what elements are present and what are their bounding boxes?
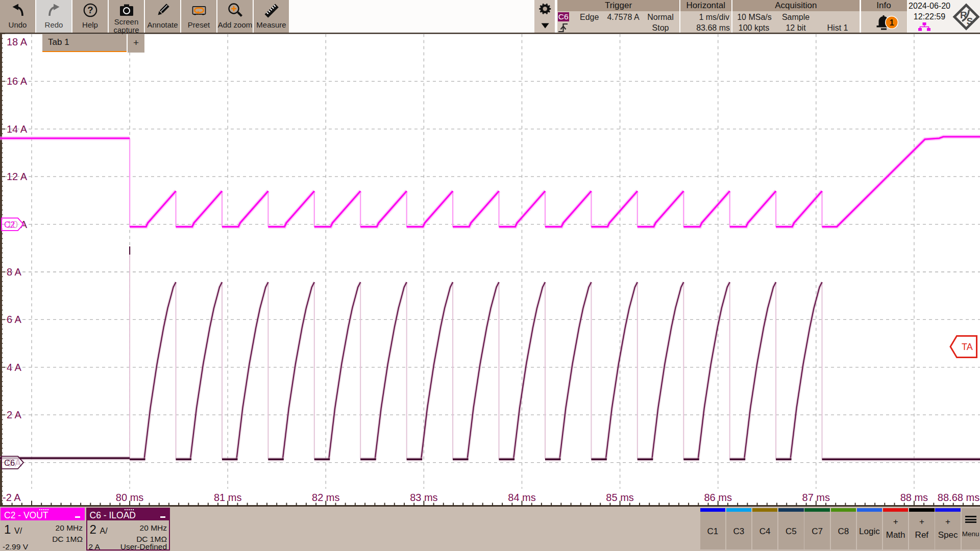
svg-text:S: S bbox=[966, 16, 973, 27]
svg-text:TA: TA bbox=[962, 342, 973, 352]
svg-text:1: 1 bbox=[889, 18, 894, 27]
svg-text:?: ? bbox=[87, 5, 93, 15]
